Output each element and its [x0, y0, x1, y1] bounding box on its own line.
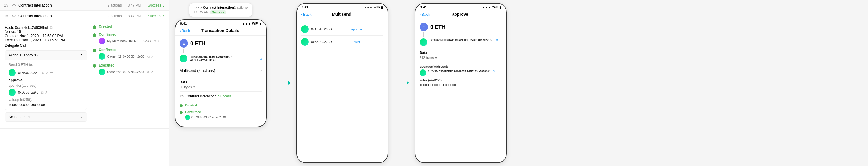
action-1-header[interactable]: Action 1 (approve) ∧ — [5, 51, 87, 60]
tx-hash: Hash: 0xc5c6cf...2d63995d ⧉ — [5, 26, 87, 30]
chevron-down-icon — [162, 3, 164, 7]
multisend-addr-2: 0xAf34...235D — [311, 40, 332, 44]
table-row[interactable]: 15 <> Contract interaction 2 actions 8:4… — [0, 0, 168, 11]
status-icons: ▲▲▲ WiFi ▮ — [482, 6, 501, 9]
action-1-chevron: ∧ — [80, 53, 83, 57]
back-chevron-icon: ‹ — [301, 12, 303, 17]
mobile-header-3: ‹ Back approve — [415, 9, 506, 19]
avatar — [301, 38, 309, 46]
chevron-right-icon: › — [247, 6, 248, 9]
signal-icon: ▲▲▲ — [482, 6, 491, 9]
tx-label: Contract interaction — [19, 3, 105, 7]
avatar — [9, 69, 16, 76]
spender-address-row: 0xDd58...a9f5 ⧉ ↗ — [9, 89, 83, 96]
multisend-item-left: 0xAf34...235D — [301, 38, 332, 46]
avatar — [420, 70, 426, 76]
external-link-icon[interactable]: ↗ — [151, 70, 153, 74]
status-time: 9:41 — [420, 5, 427, 9]
external-link-icon[interactable]: ↗ — [45, 90, 48, 94]
back-button[interactable]: ‹ Back — [420, 12, 430, 17]
tx-time: 8:47 PM — [128, 14, 146, 18]
timeline-dot — [93, 49, 96, 52]
tablet-panel: 15 <> Contract interaction 2 actions 8:4… — [0, 0, 169, 166]
spender-address: 0xDd58...a9f5 — [18, 90, 38, 94]
chevron-right-icon: › — [260, 68, 262, 73]
contract-icon: <> — [12, 14, 16, 18]
spender-param-value-row: 0xf7a35c03501EBFCA006b007 2d7E153fa50508… — [420, 70, 502, 76]
mobile-content-2: 0xAf34...235D approve › 0xAf34...235D mi… — [297, 19, 388, 162]
back-button[interactable]: ‹ Back — [301, 12, 312, 17]
external-link-icon[interactable]: ↗ — [151, 55, 154, 58]
avatar — [99, 53, 105, 60]
screen-title: Multisend — [312, 12, 372, 17]
tx-actions: 2 actions — [107, 3, 125, 7]
timeline-addr-short: 0xD76B...2e33 — [123, 55, 145, 58]
value-param-label: value(uint256): — [420, 78, 502, 82]
back-button[interactable]: ‹ Back — [180, 28, 190, 33]
copy-icon[interactable]: ⧉ — [147, 70, 149, 74]
timeline-dot — [93, 64, 96, 68]
signal-icon: ▲▲▲ — [242, 22, 251, 25]
external-link-icon[interactable]: ⧉ — [496, 38, 498, 42]
timeline-confirmed-label: Confirmed — [185, 110, 228, 114]
data-bytes[interactable]: 512 bytes ∨ — [420, 56, 437, 59]
mobile-frame-2: 9:41 ▲▲▲ WiFi ▮ ‹ Back Multisend 0xAf34.… — [296, 3, 388, 163]
external-link-icon[interactable]: ⧉ — [259, 57, 262, 61]
addr-icons: ⧉ ↗ ••• — [42, 71, 54, 75]
eth-section: Ξ 0 ETH — [180, 39, 262, 48]
timeline-label: Executed — [99, 63, 153, 67]
action-2-header[interactable]: Action 2 (mint) ∨ — [5, 113, 87, 121]
success-status: Success — [218, 94, 231, 98]
value-param-section: value(uint256): 40000000000000000000 — [420, 78, 502, 87]
battery-icon: ▮ — [381, 6, 383, 9]
data-row: Data 96 bytes ∨ — [180, 78, 262, 92]
multisend-addr-1: 0xAf34...235D — [311, 27, 332, 31]
external-link-icon[interactable]: ↗ — [45, 71, 49, 75]
copy-icon[interactable]: ⧉ — [41, 90, 43, 94]
timeline-item-confirmed: Confirmed 0xf7035c03501EBFCA006b — [180, 110, 262, 120]
approve-section: approve spender(address): 0xDd58...a9f5 … — [9, 78, 83, 107]
more-icon[interactable]: ••• — [50, 71, 54, 75]
wifi-icon: WiFi — [492, 6, 498, 9]
status-time: 9:41 — [302, 5, 308, 9]
timeline-label: Confirmed — [99, 48, 154, 52]
wifi-icon: WiFi — [374, 6, 380, 9]
eth-section: Ξ 0 ETH — [420, 23, 502, 31]
notif-actions: 2 actions — [234, 6, 247, 9]
data-bytes[interactable]: 96 bytes ∨ — [180, 85, 195, 89]
external-link-icon[interactable]: ⧉ — [493, 70, 495, 73]
multisend-item-1[interactable]: 0xAf34...235D approve › — [301, 23, 383, 36]
timeline-item-confirmed-2: Confirmed Owner #2 0xD76B...2e33 ⧉ ↗ — [93, 48, 164, 60]
avatar — [99, 38, 105, 44]
send-eth-label: Send 0 ETH to: — [9, 63, 83, 67]
copy-icon[interactable]: ⧉ — [50, 26, 53, 30]
to-address: 0x8538...C589 — [18, 71, 39, 75]
copy-icon[interactable]: ⧉ — [42, 71, 44, 75]
status-time: 9:41 — [180, 22, 187, 25]
data-label: Data — [180, 80, 262, 84]
external-link-icon[interactable]: ↗ — [157, 39, 160, 43]
multisend-item-2[interactable]: 0xAf34...235D mint › — [301, 36, 383, 48]
notification-bubble[interactable]: <> <> Contract interaction 2 actions › 1… — [189, 3, 252, 17]
copy-icon[interactable]: ⧉ — [154, 39, 156, 43]
signal-icon: ▲▲▲ — [364, 6, 373, 9]
status-badge: Success — [148, 3, 164, 7]
copy-icon[interactable]: ⧉ — [147, 55, 150, 58]
table-row-expanded[interactable]: 15 <> Contract interaction 2 actions 8:4… — [0, 11, 168, 21]
multisend-row[interactable]: Multisend (2 actions) › — [180, 65, 262, 76]
timeline-panel: Created Confirmed My MetaMask 0xD76B...2… — [93, 24, 164, 125]
contract-success-row: <> Contract interaction Success — [180, 92, 262, 101]
mobile-content-1: Ξ 0 ETH 0xf7a35c03501EBFCA006b007 2d7E15… — [176, 36, 266, 127]
tx-created: Created: Nov 1, 2020 – 12:53:00 PM — [5, 34, 87, 38]
chevron-right-icon: › — [382, 27, 383, 31]
data-label: Data — [420, 51, 502, 55]
mobile-content-3: Ξ 0 ETH 0xAf34417E063141139Fce0109 82780… — [415, 19, 506, 162]
value-number: 40000000000000000000 — [420, 83, 502, 87]
arrow-down-connector — [183, 49, 184, 53]
mobile-frame-3: 9:41 ▲▲▲ WiFi ▮ ‹ Back approve Ξ 0 ETH — [415, 3, 507, 163]
wifi-icon: WiFi — [252, 22, 258, 25]
status-icons: ▲▲▲ WiFi ▮ — [242, 22, 261, 25]
timeline-dot — [93, 33, 96, 37]
screen-title: Transaction Details — [190, 28, 250, 33]
contract-icon: <> — [12, 3, 16, 7]
